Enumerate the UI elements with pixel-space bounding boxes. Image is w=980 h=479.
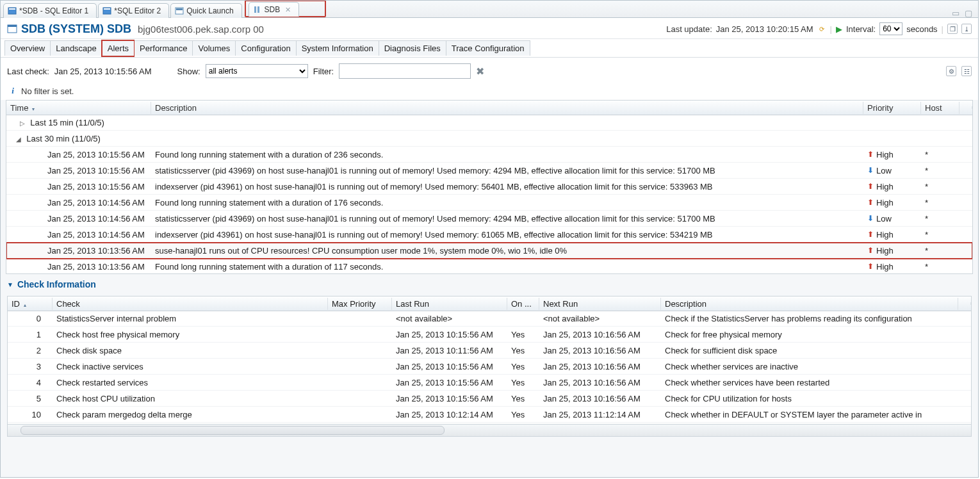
- alerts-table-header: Time▾ Description Priority Host: [6, 101, 972, 115]
- scrollbar-handle[interactable]: [20, 426, 445, 435]
- check-nextrun: Jan 25, 2013 10:16:56 AM: [539, 345, 661, 357]
- close-icon[interactable]: ✕: [285, 6, 291, 14]
- horizontal-scrollbar[interactable]: [8, 424, 971, 436]
- last-update-label: Last update:: [666, 24, 712, 34]
- editor-tab-sdb-sql1[interactable]: *SDB - SQL Editor 1: [3, 3, 97, 18]
- checks-table: ID▴ Check Max Priority Last Run On ... N…: [7, 296, 972, 437]
- priority-up-icon: ⬆: [867, 198, 874, 207]
- col-id[interactable]: ID▴: [8, 298, 53, 310]
- expand-icon[interactable]: ▷: [19, 120, 26, 127]
- alert-time: Jan 25, 2013 10:14:56 AM: [6, 197, 151, 209]
- alerts-table-body[interactable]: ▷ Last 15 min (11/0/5) ◢ Last 30 min (11…: [6, 115, 972, 273]
- check-row[interactable]: 4Check restarted servicesJan 25, 2013 10…: [8, 375, 971, 391]
- col-host[interactable]: Host: [921, 102, 960, 114]
- alert-priority: ⬆High: [863, 261, 921, 273]
- interval-select[interactable]: 60: [879, 22, 902, 35]
- tab-performance[interactable]: Performance: [135, 40, 193, 56]
- interval-unit: seconds: [906, 24, 937, 34]
- col-priority[interactable]: Priority: [863, 102, 921, 114]
- configure-icon[interactable]: ⚙: [946, 66, 956, 76]
- check-name: StatisticsServer internal problem: [53, 313, 328, 325]
- tab-landscape[interactable]: Landscape: [50, 40, 102, 56]
- check-name: Check restarted services: [53, 377, 328, 389]
- check-row[interactable]: 5Check host CPU utilizationJan 25, 2013 …: [8, 391, 971, 407]
- col-nextrun[interactable]: Next Run: [539, 298, 661, 310]
- export-icon[interactable]: ⤓: [961, 24, 972, 34]
- editor-tab-sql2[interactable]: *SQL Editor 2: [98, 3, 169, 18]
- check-maxpriority: [328, 349, 392, 352]
- check-maxpriority: [328, 317, 392, 320]
- check-maxpriority: [328, 381, 392, 384]
- tab-volumes[interactable]: Volumes: [192, 40, 236, 56]
- subnav: Overview Landscape Alerts Performance Vo…: [1, 39, 978, 58]
- collapse-icon[interactable]: ◢: [15, 136, 22, 143]
- checks-table-body[interactable]: 0StatisticsServer internal problem<not a…: [8, 311, 971, 423]
- refresh-icon[interactable]: ⟳: [817, 24, 826, 33]
- col-time[interactable]: Time▾: [6, 102, 151, 114]
- page-title: SDB (SYSTEM) SDB: [7, 22, 131, 36]
- alert-row[interactable]: Jan 25, 2013 10:15:56 AMFound long runni…: [6, 147, 972, 163]
- tab-diagnosis-files[interactable]: Diagnosis Files: [379, 40, 446, 56]
- alert-description: Found long running statement with a dura…: [151, 149, 863, 161]
- no-filter-text: No filter is set.: [21, 86, 74, 96]
- alert-row[interactable]: Jan 25, 2013 10:13:56 AMsuse-hanajl01 ru…: [6, 243, 972, 259]
- alert-priority: ⬆High: [863, 245, 921, 257]
- copy-icon[interactable]: ❐: [947, 24, 958, 34]
- check-info-toggle[interactable]: ▼ Check Information: [7, 279, 972, 292]
- alert-time: Jan 25, 2013 10:13:56 AM: [6, 261, 151, 273]
- col-check[interactable]: Check: [53, 298, 328, 310]
- priority-down-icon: ⬇: [867, 166, 874, 175]
- sort-indicator-icon: ▴: [24, 302, 26, 308]
- editor-tab-quick-launch[interactable]: Quick Launch: [170, 3, 241, 18]
- minimize-icon[interactable]: ▭: [951, 8, 960, 17]
- check-desc: Check whether in DEFAULT or SYSTEM layer…: [661, 409, 958, 421]
- tab-system-information[interactable]: System Information: [296, 40, 379, 56]
- check-row[interactable]: 1Check host free physical memoryJan 25, …: [8, 327, 971, 343]
- filter-input[interactable]: [339, 63, 471, 79]
- alert-row[interactable]: Jan 25, 2013 10:14:56 AMindexserver (pid…: [6, 227, 972, 243]
- check-id: 1: [8, 329, 53, 341]
- alert-group-row[interactable]: ◢ Last 30 min (11/0/5): [6, 131, 972, 147]
- maximize-icon[interactable]: ▢: [964, 8, 973, 17]
- check-nextrun: Jan 25, 2013 10:16:56 AM: [539, 361, 661, 373]
- alert-row[interactable]: Jan 25, 2013 10:15:56 AMindexserver (pid…: [6, 179, 972, 195]
- col-on[interactable]: On ...: [507, 298, 539, 310]
- check-id: 2: [8, 345, 53, 357]
- check-row[interactable]: 2Check disk spaceJan 25, 2013 10:11:56 A…: [8, 343, 971, 359]
- alert-row[interactable]: Jan 25, 2013 10:15:56 AMstatisticsserver…: [6, 163, 972, 179]
- sort-indicator-icon: ▾: [32, 106, 35, 112]
- clear-filter-icon[interactable]: ✖: [476, 65, 484, 77]
- check-row[interactable]: 10Check param mergedog delta mergeJan 25…: [8, 407, 971, 423]
- editor-tab-sdb-admin[interactable]: SDB ✕: [249, 2, 300, 17]
- check-row[interactable]: 3Check inactive servicesJan 25, 2013 10:…: [8, 359, 971, 375]
- editor-tab-strip-actions: ▭ ▢: [951, 8, 978, 17]
- col-maxpriority[interactable]: Max Priority: [328, 298, 392, 310]
- check-id: 4: [8, 377, 53, 389]
- alert-host: *: [921, 149, 960, 161]
- col-desc[interactable]: Description: [661, 298, 958, 310]
- alert-priority: ⬆High: [863, 149, 921, 161]
- svg-rect-7: [257, 6, 259, 13]
- priority-down-icon: ⬇: [867, 214, 874, 223]
- tab-overview[interactable]: Overview: [4, 40, 51, 56]
- highlighted-tab-box: SDB ✕: [245, 0, 327, 17]
- alert-priority: ⬆High: [863, 181, 921, 193]
- last-update-value: Jan 25, 2013 10:20:15 AM: [716, 24, 813, 34]
- col-description[interactable]: Description: [151, 102, 863, 114]
- check-on: Yes: [507, 409, 539, 421]
- alert-group-row[interactable]: ▷ Last 15 min (11/0/5): [6, 115, 972, 131]
- check-nextrun: Jan 25, 2013 10:16:56 AM: [539, 329, 661, 341]
- show-select[interactable]: all alerts: [206, 64, 308, 78]
- col-lastrun[interactable]: Last Run: [392, 298, 507, 310]
- play-icon[interactable]: ▶: [836, 24, 842, 34]
- alert-row[interactable]: Jan 25, 2013 10:13:56 AMFound long runni…: [6, 259, 972, 273]
- alert-row[interactable]: Jan 25, 2013 10:14:56 AMFound long runni…: [6, 195, 972, 211]
- alert-host: *: [921, 197, 960, 209]
- details-icon[interactable]: ☷: [961, 66, 972, 76]
- tab-alerts[interactable]: Alerts: [102, 41, 134, 56]
- tab-configuration[interactable]: Configuration: [235, 40, 296, 56]
- check-row[interactable]: 0StatisticsServer internal problem<not a…: [8, 311, 971, 327]
- tab-trace-configuration[interactable]: Trace Configuration: [446, 40, 530, 56]
- alerts-table: Time▾ Description Priority Host ▷ Last 1…: [6, 100, 973, 274]
- alert-row[interactable]: Jan 25, 2013 10:14:56 AMstatisticsserver…: [6, 211, 972, 227]
